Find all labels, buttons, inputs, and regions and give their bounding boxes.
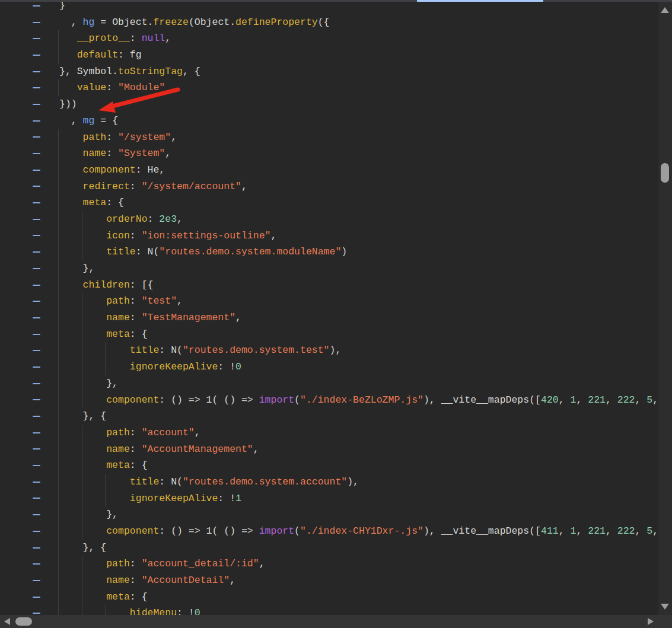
fold-dash-icon	[33, 285, 40, 286]
fold-toggle[interactable]	[0, 540, 52, 556]
code-text: , hg = Object.freeze(Object.defineProper…	[52, 14, 658, 31]
code-line: name: "System",	[0, 145, 658, 162]
fold-toggle[interactable]	[0, 408, 52, 425]
indent-guide-icon	[105, 605, 106, 615]
fold-toggle[interactable]	[0, 79, 52, 96]
fold-toggle[interactable]	[0, 244, 52, 260]
fold-toggle[interactable]	[0, 556, 52, 572]
code-text: component: () => 1( () => import("./inde…	[52, 523, 658, 540]
indent-guide-icon	[58, 375, 59, 392]
indent-guide-icon	[82, 326, 82, 343]
fold-dash-icon	[33, 448, 40, 450]
vertical-scrollbar-thumb[interactable]	[661, 163, 669, 183]
fold-toggle[interactable]	[0, 178, 52, 195]
fold-dash-icon	[33, 334, 40, 335]
scroll-down-icon[interactable]	[661, 604, 669, 610]
fold-toggle[interactable]	[0, 523, 52, 540]
fold-toggle[interactable]	[0, 392, 52, 409]
fold-toggle[interactable]	[0, 474, 52, 490]
code-text: }, {	[52, 408, 658, 425]
indent-guide-icon	[82, 375, 82, 392]
code-text: ignoreKeepAlive: !1	[52, 490, 658, 507]
fold-dash-icon	[33, 383, 40, 384]
indent-guide-icon	[58, 211, 59, 228]
code-text: path: "/system",	[52, 129, 658, 146]
indent-guide-icon	[58, 178, 59, 195]
scroll-up-icon[interactable]	[661, 7, 669, 13]
fold-toggle[interactable]	[0, 47, 52, 63]
indent-guide-icon	[82, 523, 82, 540]
fold-dash-icon	[33, 317, 40, 318]
fold-toggle[interactable]	[0, 211, 52, 228]
fold-toggle[interactable]	[0, 96, 52, 113]
code-line: name: "AccountManagement",	[0, 441, 658, 458]
indent-guide-icon	[82, 392, 82, 409]
fold-toggle[interactable]	[0, 605, 52, 615]
code-text: path: "account_detail/:id",	[52, 556, 658, 572]
code-line: title: N("routes.demo.system.moduleName"…	[0, 244, 658, 260]
vertical-scrollbar[interactable]	[658, 2, 672, 615]
horizontal-scrollbar[interactable]	[0, 615, 658, 628]
code-line: meta: {	[0, 195, 658, 211]
fold-dash-icon	[33, 432, 40, 433]
indent-guide-icon	[58, 260, 59, 277]
fold-dash-icon	[33, 416, 40, 417]
code-line: title: N("routes.demo.system.account"),	[0, 474, 658, 490]
fold-toggle[interactable]	[0, 326, 52, 343]
fold-toggle[interactable]	[0, 441, 52, 458]
fold-dash-icon	[33, 120, 40, 122]
fold-toggle[interactable]	[0, 145, 52, 162]
indent-guide-icon	[58, 457, 59, 474]
fold-toggle[interactable]	[0, 30, 52, 47]
fold-toggle[interactable]	[0, 2, 52, 14]
fold-toggle[interactable]	[0, 162, 52, 178]
fold-toggle[interactable]	[0, 506, 52, 523]
fold-toggle[interactable]	[0, 277, 52, 294]
code-text: component: He,	[52, 162, 658, 178]
code-line: }	[0, 2, 658, 14]
code-line: },	[0, 506, 658, 523]
horizontal-scrollbar-thumb[interactable]	[15, 617, 32, 626]
fold-dash-icon	[33, 613, 40, 614]
fold-toggle[interactable]	[0, 359, 52, 375]
fold-toggle[interactable]	[0, 589, 52, 605]
scroll-right-icon[interactable]	[648, 618, 654, 625]
indent-guide-icon	[58, 425, 59, 441]
code-text: },	[52, 375, 658, 392]
indent-guide-icon	[58, 441, 59, 458]
code-text: }, {	[52, 540, 658, 556]
fold-toggle[interactable]	[0, 113, 52, 129]
indent-guide-icon	[58, 310, 59, 326]
indent-guide-icon	[58, 342, 59, 359]
fold-dash-icon	[33, 531, 40, 532]
code-text: orderNo: 2e3,	[52, 211, 658, 228]
fold-toggle[interactable]	[0, 490, 52, 507]
fold-dash-icon	[33, 153, 40, 154]
fold-dash-icon	[33, 366, 40, 368]
fold-toggle[interactable]	[0, 129, 52, 146]
indent-guide-icon	[58, 605, 59, 615]
fold-toggle[interactable]	[0, 293, 52, 310]
code-text: value: "Module"	[52, 79, 658, 96]
code-editor[interactable]: } , hg = Object.freeze(Object.defineProp…	[0, 2, 658, 615]
code-line: __proto__: null,	[0, 30, 658, 47]
fold-dash-icon	[33, 251, 40, 253]
fold-toggle[interactable]	[0, 375, 52, 392]
fold-toggle[interactable]	[0, 228, 52, 244]
fold-toggle[interactable]	[0, 14, 52, 31]
fold-dash-icon	[33, 71, 40, 72]
fold-toggle[interactable]	[0, 425, 52, 441]
fold-toggle[interactable]	[0, 457, 52, 474]
indent-guide-icon	[82, 589, 82, 605]
fold-toggle[interactable]	[0, 572, 52, 589]
fold-toggle[interactable]	[0, 342, 52, 359]
indent-guide-icon	[58, 79, 59, 96]
code-text: icon: "ion:settings-outline",	[52, 228, 658, 244]
fold-toggle[interactable]	[0, 195, 52, 211]
fold-toggle[interactable]	[0, 310, 52, 326]
scroll-left-icon[interactable]	[4, 618, 10, 625]
code-line: }, Symbol.toStringTag, {	[0, 63, 658, 80]
fold-toggle[interactable]	[0, 260, 52, 277]
fold-dash-icon	[33, 5, 40, 7]
fold-toggle[interactable]	[0, 63, 52, 80]
